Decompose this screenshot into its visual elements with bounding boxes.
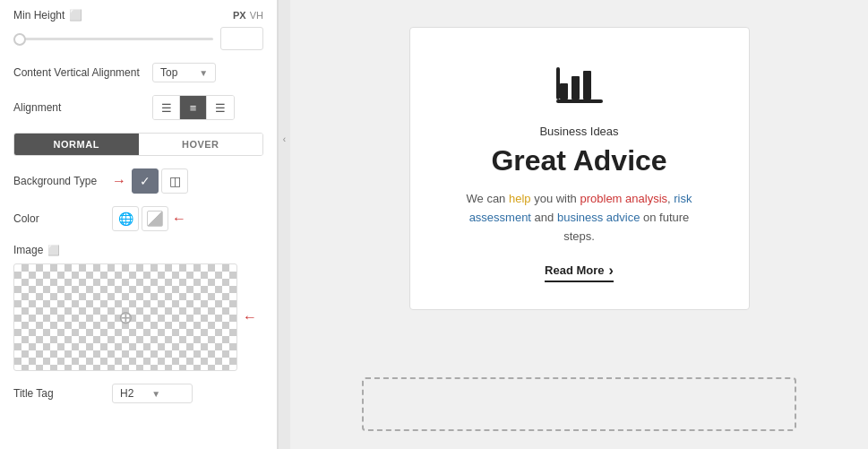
svg-rect-1 — [560, 83, 568, 99]
image-area-wrapper: ⊕ ← — [13, 263, 263, 371]
dashed-selection-box — [362, 377, 796, 431]
svg-rect-3 — [583, 71, 591, 99]
chevron-down-icon-2: ▼ — [151, 389, 160, 399]
slider-row: 0 — [13, 27, 263, 50]
bg-gradient-button[interactable]: ◫ — [161, 168, 188, 194]
title-tag-dropdown[interactable]: H2 ▼ — [112, 384, 193, 403]
read-more-link[interactable]: Read More › — [545, 263, 614, 282]
chevron-right-icon: › — [609, 263, 614, 279]
svg-rect-4 — [556, 67, 560, 99]
arrow-pointing-left-icon: ← — [243, 309, 257, 325]
min-height-header: Min Height ⬜ PX VH — [13, 9, 263, 22]
background-type-label: Background Type — [13, 175, 112, 187]
chart-icon — [554, 64, 605, 114]
card-title: Great Advice — [491, 143, 666, 177]
right-panel: Business Ideas Great Advice We can help … — [290, 0, 868, 449]
upload-icon: ⊕ — [118, 307, 133, 328]
bg-solid-button[interactable]: ✓ — [132, 168, 159, 194]
color-label: Color — [13, 212, 112, 225]
content-vertical-value: Top — [160, 66, 177, 79]
px-label[interactable]: PX — [233, 10, 246, 21]
align-right-button[interactable]: ☰ — [207, 96, 234, 119]
image-row: Image ⬜ — [13, 244, 263, 256]
title-tag-row: Title Tag H2 ▼ — [13, 384, 263, 403]
normal-tab[interactable]: NORMAL — [14, 134, 139, 155]
image-label: Image ⬜ — [13, 244, 60, 256]
left-panel: Min Height ⬜ PX VH 0 Content Vertical Al… — [0, 0, 278, 449]
state-tab-group: NORMAL HOVER — [13, 133, 263, 156]
panel-scrollbar[interactable]: ‹ — [278, 0, 290, 449]
slider-track — [13, 38, 213, 40]
arrow-left-icon: ← — [172, 211, 186, 227]
color-button-group: 🌐 — [112, 206, 168, 231]
slider-thumb[interactable] — [13, 33, 26, 46]
monitor-small-icon: ⬜ — [47, 245, 60, 256]
hover-tab[interactable]: HOVER — [139, 134, 263, 155]
color-globe-button[interactable]: 🌐 — [112, 206, 139, 231]
scroll-left-arrow[interactable]: ‹ — [283, 134, 286, 144]
title-tag-value: H2 — [120, 387, 133, 400]
content-vertical-label: Content Vertical Alignment — [13, 66, 152, 79]
svg-rect-0 — [556, 99, 603, 103]
background-type-row: Background Type → ✓ ◫ — [13, 168, 263, 194]
min-height-left: Min Height ⬜ — [13, 9, 82, 22]
min-height-input[interactable]: 0 — [220, 27, 263, 50]
background-type-buttons: ✓ ◫ — [132, 168, 188, 194]
title-tag-label: Title Tag — [13, 387, 112, 400]
text-highlight-help: help — [509, 192, 531, 205]
arrow-right-icon: → — [112, 173, 126, 189]
color-swatch-button[interactable] — [142, 206, 168, 231]
svg-rect-2 — [572, 76, 580, 99]
align-left-button[interactable]: ☰ — [153, 96, 180, 119]
text-highlight-problem: problem analysis — [580, 192, 667, 205]
align-center-button[interactable]: ≡ — [180, 96, 207, 119]
monitor-icon: ⬜ — [69, 9, 82, 22]
chevron-down-icon: ▼ — [199, 68, 208, 78]
alignment-row: Alignment ☰ ≡ ☰ — [13, 95, 263, 120]
vh-label[interactable]: VH — [250, 10, 263, 21]
px-vh-group: PX VH — [233, 10, 263, 21]
content-vertical-row: Content Vertical Alignment Top ▼ — [13, 63, 263, 82]
card-subtitle: Business Ideas — [539, 125, 618, 138]
alignment-button-group: ☰ ≡ ☰ — [152, 95, 235, 120]
text-highlight-business: business advice — [557, 211, 640, 224]
image-preview[interactable]: ⊕ — [13, 263, 237, 371]
min-height-label: Min Height — [13, 9, 64, 22]
card-text: We can help you with problem analysis, r… — [467, 190, 692, 246]
alignment-label: Alignment — [13, 101, 152, 114]
color-row: Color 🌐 ← — [13, 206, 263, 231]
preview-card: Business Ideas Great Advice We can help … — [409, 27, 750, 310]
content-vertical-dropdown[interactable]: Top ▼ — [152, 63, 216, 82]
read-more-label: Read More — [545, 263, 604, 277]
